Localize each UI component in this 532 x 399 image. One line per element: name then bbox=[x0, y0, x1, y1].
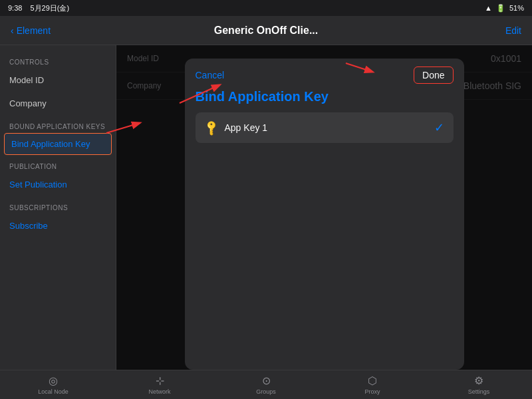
key-icon: 🔑 bbox=[202, 118, 221, 137]
bind-app-key-modal: Cancel Done Bind Application Key 🔑 App K… bbox=[185, 59, 464, 370]
groups-label: Groups bbox=[256, 388, 276, 395]
modal-overlay: Cancel Done Bind Application Key 🔑 App K… bbox=[116, 45, 532, 370]
sidebar-item-bind-app-key[interactable]: Bind Application Key bbox=[4, 133, 112, 155]
sidebar-item-model-id[interactable]: Model ID bbox=[0, 68, 116, 92]
sidebar-section-bound-keys: BOUND APPLICATION KEYS Bind Application … bbox=[0, 115, 116, 155]
sidebar-item-subscribe[interactable]: Subscribe bbox=[0, 214, 116, 237]
modal-title: Bind Application Key bbox=[185, 84, 464, 112]
tab-local-node[interactable]: ◎ Local Node bbox=[0, 374, 106, 395]
status-bar-left: 9:38 5月29日(金) bbox=[8, 3, 69, 13]
sidebar-section-label-bound-keys: BOUND APPLICATION KEYS bbox=[0, 115, 116, 133]
app-key-left: 🔑 App Key 1 bbox=[205, 122, 268, 134]
settings-icon: ⚙ bbox=[474, 374, 483, 387]
app-key-row[interactable]: 🔑 App Key 1 ✓ bbox=[196, 112, 454, 143]
page-title: Generic OnOff Clie... bbox=[214, 25, 318, 37]
sidebar-section-label-publication: PUBLICATION bbox=[0, 155, 116, 173]
proxy-label: Proxy bbox=[364, 388, 380, 395]
tab-proxy[interactable]: ⬡ Proxy bbox=[319, 374, 426, 395]
back-chevron-icon: ‹ bbox=[11, 25, 14, 36]
status-bar: 9:38 5月29日(金) ▲ 🔋 51% bbox=[0, 0, 532, 16]
settings-label: Settings bbox=[468, 388, 490, 395]
modal-header: Cancel Done bbox=[185, 59, 464, 84]
sidebar-section-subscriptions: SUBSCRIPTIONS Subscribe bbox=[0, 196, 116, 237]
app-key-name: App Key 1 bbox=[225, 122, 268, 133]
sidebar-section-publication: PUBLICATION Set Publication bbox=[0, 155, 116, 196]
back-label: Element bbox=[17, 25, 51, 36]
tab-settings[interactable]: ⚙ Settings bbox=[426, 374, 532, 395]
tab-groups[interactable]: ⊙ Groups bbox=[213, 374, 319, 395]
local-node-icon: ◎ bbox=[49, 374, 58, 387]
sidebar-section-label-subscriptions: SUBSCRIPTIONS bbox=[0, 196, 116, 214]
network-label: Network bbox=[148, 388, 170, 395]
edit-button[interactable]: Edit bbox=[505, 25, 521, 36]
top-header: ‹ Element Generic OnOff Clie... Edit bbox=[0, 16, 532, 45]
modal-body: 🔑 App Key 1 ✓ bbox=[185, 112, 464, 370]
local-node-label: Local Node bbox=[38, 388, 68, 395]
sidebar: CONTROLS Model ID Company BOUND APPLICAT… bbox=[0, 45, 116, 370]
status-time: 9:38 bbox=[8, 4, 22, 12]
proxy-icon: ⬡ bbox=[368, 374, 377, 387]
tab-network[interactable]: ⊹ Network bbox=[106, 374, 213, 395]
back-button[interactable]: ‹ Element bbox=[11, 25, 51, 36]
sidebar-section-controls: CONTROLS Model ID Company bbox=[0, 51, 116, 115]
sidebar-item-set-publication[interactable]: Set Publication bbox=[0, 173, 116, 196]
network-icon: ⊹ bbox=[156, 374, 164, 387]
status-date: 5月29日(金) bbox=[30, 3, 69, 13]
sidebar-item-company[interactable]: Company bbox=[0, 92, 116, 115]
battery-icon: 🔋 bbox=[496, 4, 505, 13]
modal-cancel-button[interactable]: Cancel bbox=[196, 70, 225, 80]
right-panel: Model ID 0x1001 Company Bluetooth SIG Ca… bbox=[116, 45, 532, 370]
wifi-icon: ▲ bbox=[485, 4, 492, 12]
status-bar-right: ▲ 🔋 51% bbox=[485, 4, 524, 13]
checkmark-icon: ✓ bbox=[434, 120, 444, 135]
modal-done-button[interactable]: Done bbox=[414, 66, 453, 84]
battery-level: 51% bbox=[509, 4, 524, 12]
groups-icon: ⊙ bbox=[262, 374, 271, 387]
body-area: CONTROLS Model ID Company BOUND APPLICAT… bbox=[0, 45, 532, 370]
tab-bar: ◎ Local Node ⊹ Network ⊙ Groups ⬡ Proxy … bbox=[0, 370, 532, 399]
sidebar-section-label-controls: CONTROLS bbox=[0, 51, 116, 68]
